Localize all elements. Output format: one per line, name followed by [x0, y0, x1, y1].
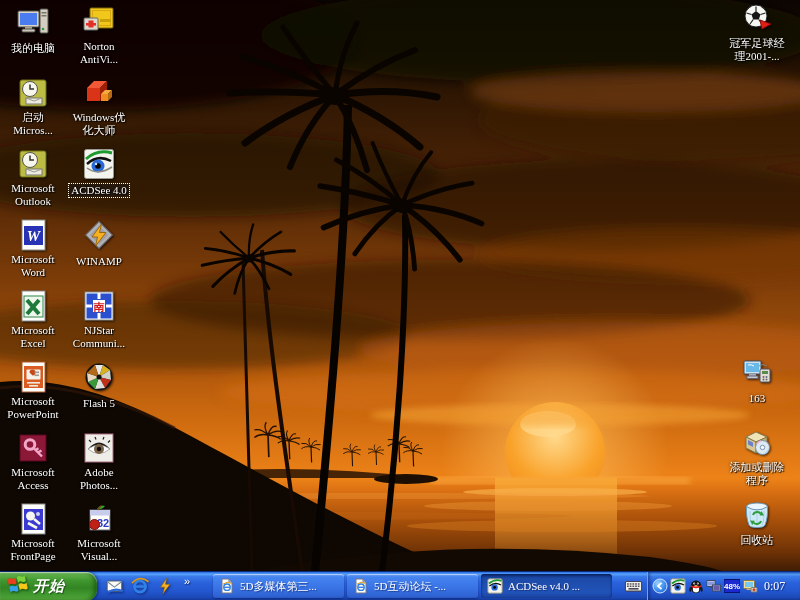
desktop-icon-njstar-4[interactable]: 南 NJStar Communi...: [66, 290, 132, 351]
photoshop-icon: [83, 432, 115, 464]
desktop-icon-word-3[interactable]: W Microsoft Word: [0, 219, 66, 280]
quicklaunch-overflow-chevron-icon[interactable]: »: [184, 575, 190, 587]
quicklaunch-oe-0[interactable]: [106, 577, 124, 595]
desktop-icon-norton-0[interactable]: Norton AntiVi...: [66, 6, 132, 67]
tray-qq-2[interactable]: [688, 578, 704, 594]
ie-icon: [131, 581, 149, 598]
winamp-small-icon: [156, 581, 174, 598]
desktop-icon-outlook-1[interactable]: 启动 Micros...: [0, 77, 66, 138]
desktop-icon-column-right: 163 添加或删除 程序 回收站: [724, 0, 790, 571]
winamp-icon: [83, 219, 115, 251]
task-buttons: 5D多媒体第三... 5D互动论坛 -... ACDSee v4.0 ...: [213, 574, 612, 598]
msvisual-icon: 32: [83, 503, 115, 535]
desktop-icon-my-computer-0[interactable]: 我的电脑: [0, 6, 66, 56]
task-button-ie-doc-0[interactable]: 5D多媒体第三...: [213, 574, 344, 598]
qq-icon: [688, 578, 704, 594]
tray-chevron-0[interactable]: [652, 578, 668, 594]
chevron-icon: [652, 578, 668, 594]
tray-icons: 48%: [652, 578, 758, 594]
svg-text:W: W: [27, 228, 42, 244]
outlook-icon: [17, 148, 49, 180]
desktop-icon-frontpage-7[interactable]: Microsoft FrontPage: [0, 503, 66, 564]
desktop-icon-addremove-1[interactable]: 添加或删除 程序: [724, 427, 790, 488]
addremove-icon: [741, 427, 773, 459]
desktop-icon-winamp-3[interactable]: WINAMP: [66, 219, 132, 269]
desktop-icon-flash-5[interactable]: Flash 5: [66, 361, 132, 411]
ie-doc-icon: [353, 578, 369, 594]
ie-doc-icon: [219, 578, 235, 594]
powerpoint-icon: [17, 361, 49, 393]
oe-icon: [106, 581, 124, 598]
desktop-icon-column-1: 我的电脑 启动 Micros... Microsoft Outlook W Mi…: [0, 0, 66, 571]
access-icon: [17, 432, 49, 464]
my-computer-icon: [17, 6, 49, 38]
quick-launch: [106, 577, 174, 595]
quicklaunch-winamp-small-2[interactable]: [156, 577, 174, 595]
desktop-icon-excel-4[interactable]: Microsoft Excel: [0, 290, 66, 351]
desktop-icon-access-6[interactable]: Microsoft Access: [0, 432, 66, 493]
desktop[interactable]: 我的电脑 启动 Micros... Microsoft Outlook W Mi…: [0, 0, 800, 571]
taskbar-clock[interactable]: 0:07: [764, 579, 785, 594]
taskbar: 开始 » 5D多媒体第三... 5D互动论坛 -... ACDSee v4.0 …: [0, 571, 800, 600]
frontpage-icon: [17, 503, 49, 535]
tray-hardware-5[interactable]: [742, 578, 758, 594]
start-button-label: 开始: [33, 577, 65, 596]
input-method-keyboard-icon[interactable]: [624, 577, 643, 595]
word-icon: W: [17, 219, 49, 251]
start-button[interactable]: 开始: [0, 572, 97, 600]
acdsee-small-icon: [487, 578, 503, 594]
desktop-icon-column-2: Norton AntiVi... Windows优 化大师 ACDSee 4.0…: [66, 0, 132, 571]
dialup-icon: [741, 356, 773, 388]
task-button-ie-doc-1[interactable]: 5D互动论坛 -...: [347, 574, 478, 598]
windows-logo-icon: [7, 574, 28, 599]
desktop-icon-recycle-2[interactable]: 回收站: [724, 498, 790, 548]
tray-acdsee-small-1[interactable]: [670, 578, 686, 594]
network-icon: [706, 578, 722, 594]
task-button-acdsee-small-2[interactable]: ACDSee v4.0 ...: [481, 574, 612, 598]
svg-text:南: 南: [93, 301, 105, 313]
desktop-icon-outlook-2[interactable]: Microsoft Outlook: [0, 148, 66, 209]
acdsee-small-icon: [670, 578, 686, 594]
desktop-icon-acdsee-2[interactable]: ACDSee 4.0: [66, 148, 132, 198]
njstar-icon: 南: [83, 290, 115, 322]
tray-meter-4[interactable]: 48%: [724, 578, 740, 594]
desktop-icon-powerpoint-5[interactable]: Microsoft PowerPoint: [0, 361, 66, 422]
outlook-icon: [17, 77, 49, 109]
hardware-icon: [742, 578, 758, 594]
desktop-icon-msvisual-7[interactable]: 32 Microsoft Visual...: [66, 503, 132, 564]
flash-icon: [83, 361, 115, 393]
recycle-icon: [741, 498, 773, 530]
desktop-icon-dialup-0[interactable]: 163: [724, 356, 790, 406]
optimizer-icon: [83, 77, 115, 109]
acdsee-icon: [83, 148, 115, 180]
desktop-icon-photoshop-6[interactable]: Adobe Photos...: [66, 432, 132, 493]
quicklaunch-ie-1[interactable]: [131, 577, 149, 595]
system-tray: 48% 0:07: [647, 572, 800, 600]
tray-network-3[interactable]: [706, 578, 722, 594]
norton-icon: [83, 6, 115, 38]
desktop-screen: 我的电脑 启动 Micros... Microsoft Outlook W Mi…: [0, 0, 800, 600]
excel-icon: [17, 290, 49, 322]
desktop-icon-optimizer-1[interactable]: Windows优 化大师: [66, 77, 132, 138]
